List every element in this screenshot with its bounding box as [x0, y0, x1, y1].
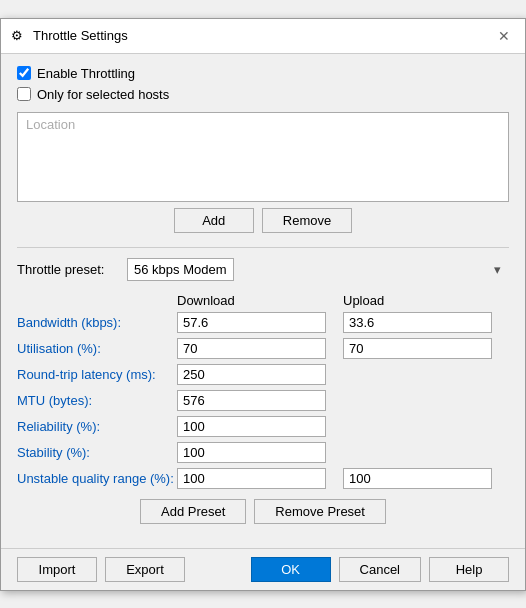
preset-action-buttons: Add Preset Remove Preset [17, 499, 509, 524]
throttle-settings-dialog: ⚙ Throttle Settings ✕ Enable Throttling … [0, 18, 526, 591]
field-row-stability: Stability (%): [17, 442, 509, 463]
title-bar: ⚙ Throttle Settings ✕ [1, 19, 525, 54]
utilisation-label: Utilisation (%): [17, 341, 177, 356]
field-row-bandwidth: Bandwidth (kbps): [17, 312, 509, 333]
add-location-button[interactable]: Add [174, 208, 254, 233]
bandwidth-upload-input[interactable] [343, 312, 492, 333]
preset-select[interactable]: 56 kbps Modem Custom [127, 258, 234, 281]
reliability-label: Reliability (%): [17, 419, 177, 434]
field-row-unstable: Unstable quality range (%): [17, 468, 509, 489]
header-upload: Upload [343, 293, 509, 308]
only-selected-hosts-row: Only for selected hosts [17, 87, 509, 102]
remove-preset-button[interactable]: Remove Preset [254, 499, 386, 524]
cancel-button[interactable]: Cancel [339, 557, 421, 582]
header-col1 [17, 293, 177, 308]
unstable-download-input[interactable] [177, 468, 326, 489]
location-placeholder: Location [22, 115, 79, 134]
close-button[interactable]: ✕ [493, 25, 515, 47]
unstable-upload-input[interactable] [343, 468, 492, 489]
mtu-download-input[interactable] [177, 390, 326, 411]
footer-right: OK Cancel Help [251, 557, 509, 582]
bandwidth-download-input[interactable] [177, 312, 326, 333]
remove-location-button[interactable]: Remove [262, 208, 352, 233]
reliability-download-input[interactable] [177, 416, 326, 437]
dialog-footer: Import Export OK Cancel Help [1, 548, 525, 590]
latency-download-input[interactable] [177, 364, 326, 385]
enable-throttling-label[interactable]: Enable Throttling [37, 66, 135, 81]
mtu-label: MTU (bytes): [17, 393, 177, 408]
stability-label: Stability (%): [17, 445, 177, 460]
divider [17, 247, 509, 248]
only-selected-hosts-label[interactable]: Only for selected hosts [37, 87, 169, 102]
dialog-content: Enable Throttling Only for selected host… [1, 54, 525, 548]
header-download: Download [177, 293, 343, 308]
import-button[interactable]: Import [17, 557, 97, 582]
preset-select-wrapper: 56 kbps Modem Custom [127, 258, 509, 281]
utilisation-upload-input[interactable] [343, 338, 492, 359]
stability-download-input[interactable] [177, 442, 326, 463]
dialog-title: Throttle Settings [33, 28, 128, 43]
preset-row: Throttle preset: 56 kbps Modem Custom [17, 258, 509, 281]
field-row-reliability: Reliability (%): [17, 416, 509, 437]
add-preset-button[interactable]: Add Preset [140, 499, 246, 524]
bandwidth-label: Bandwidth (kbps): [17, 315, 177, 330]
unstable-label: Unstable quality range (%): [17, 471, 177, 486]
footer-left: Import Export [17, 557, 185, 582]
help-button[interactable]: Help [429, 557, 509, 582]
export-button[interactable]: Export [105, 557, 185, 582]
only-selected-hosts-checkbox[interactable] [17, 87, 31, 101]
location-buttons-row: Add Remove [17, 208, 509, 233]
field-row-latency: Round-trip latency (ms): [17, 364, 509, 385]
field-row-utilisation: Utilisation (%): [17, 338, 509, 359]
dialog-icon: ⚙ [11, 28, 27, 44]
title-bar-left: ⚙ Throttle Settings [11, 28, 128, 44]
fields-header: Download Upload [17, 293, 509, 308]
enable-throttling-checkbox[interactable] [17, 66, 31, 80]
latency-label: Round-trip latency (ms): [17, 367, 177, 382]
field-row-mtu: MTU (bytes): [17, 390, 509, 411]
location-panel: Location [17, 112, 509, 202]
enable-throttling-row: Enable Throttling [17, 66, 509, 81]
ok-button[interactable]: OK [251, 557, 331, 582]
utilisation-download-input[interactable] [177, 338, 326, 359]
preset-label: Throttle preset: [17, 262, 127, 277]
